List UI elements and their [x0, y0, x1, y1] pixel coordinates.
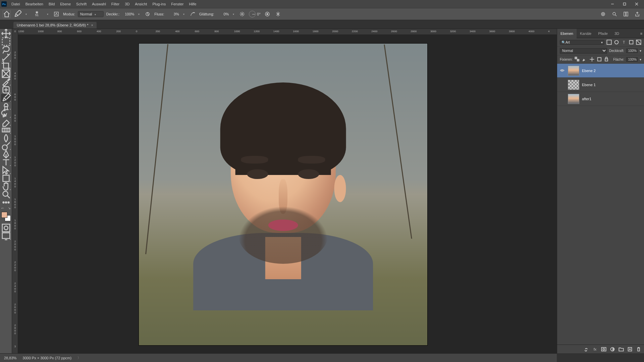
layer-search-input[interactable] [566, 41, 601, 44]
brush-angle-control[interactable]: 0° [249, 11, 261, 17]
layer-row[interactable]: after1 [557, 92, 644, 106]
search-icon[interactable] [610, 10, 619, 18]
brush-size-value: 51 [35, 13, 39, 17]
menu-edit[interactable]: Bearbeiten [23, 0, 46, 8]
airbrush-button[interactable] [189, 10, 197, 18]
document-info[interactable]: 3000 Px × 3000 Px (72 ppcm) [22, 356, 71, 360]
filter-pixel-icon[interactable] [606, 40, 612, 45]
tab-layers[interactable]: Ebenen [557, 29, 577, 38]
layer-search[interactable]: 🔍 ▾ [560, 40, 604, 45]
svg-rect-34 [2, 224, 10, 232]
menu-filter[interactable]: Filter [109, 0, 122, 8]
menu-plugins[interactable]: Plug-ins [150, 0, 168, 8]
brush-preset-picker[interactable]: 51 [31, 9, 43, 19]
brush-panel-toggle-button[interactable] [52, 10, 60, 18]
svg-point-33 [8, 202, 9, 203]
menu-type[interactable]: Schrift [73, 0, 89, 8]
angle-dial-icon[interactable] [249, 11, 256, 17]
chevron-down-icon[interactable]: ▾ [601, 41, 603, 44]
smoothing-chevron-icon[interactable]: ▾ [231, 13, 235, 16]
layer-thumbnail[interactable] [568, 80, 579, 90]
chevron-down-icon[interactable]: ▾ [640, 58, 641, 61]
adjustment-layer-icon[interactable] [610, 347, 615, 352]
workspace-switcher-icon[interactable] [622, 10, 630, 18]
flow-input[interactable] [167, 12, 179, 16]
layer-thumbnail[interactable] [568, 94, 579, 104]
lock-transparent-icon[interactable] [575, 57, 580, 62]
filter-type-icon[interactable]: T [621, 40, 627, 45]
blend-opacity-row: Normal Deckkraft: 100% ▾ [557, 47, 644, 55]
window-minimize-button[interactable] [606, 0, 619, 8]
menu-layer[interactable]: Ebene [57, 0, 73, 8]
lock-all-icon[interactable] [604, 57, 609, 62]
document-tab[interactable]: Unbenannt-1 bei 28,8% (Ebene 2, RGB/8) *… [13, 22, 97, 28]
filter-shape-icon[interactable] [629, 40, 634, 45]
group-layers-icon[interactable] [619, 347, 624, 352]
window-maximize-button[interactable] [619, 0, 631, 8]
flow-chevron-icon[interactable]: ▾ [182, 13, 186, 16]
layer-mask-icon[interactable] [601, 347, 606, 352]
menu-3d[interactable]: 3D [122, 0, 132, 8]
layer-visibility-icon[interactable] [559, 68, 565, 73]
canvas-image[interactable] [139, 44, 427, 345]
layer-name[interactable]: Ebene 1 [582, 83, 596, 87]
layer-row[interactable]: Ebene 1 [557, 78, 644, 92]
menu-help[interactable]: Hilfe [186, 0, 199, 8]
horizontal-ruler[interactable]: 1200100080060040020002004006008001000120… [18, 29, 557, 35]
lock-position-icon[interactable] [589, 57, 595, 62]
chevron-down-icon[interactable]: ▾ [640, 49, 641, 53]
layer-name[interactable]: Ebene 2 [582, 69, 596, 73]
delete-layer-icon[interactable] [636, 347, 641, 352]
menu-image[interactable]: Bild [46, 0, 57, 8]
layer-row[interactable]: Ebene 2 [557, 64, 644, 78]
canvas-area[interactable]: 1200100080060040020002004006008001000120… [18, 29, 557, 353]
blend-mode-select[interactable]: Normal ▾ [78, 11, 104, 17]
fill-value[interactable]: 100% [626, 57, 638, 62]
opacity-chevron-icon[interactable]: ▾ [137, 13, 141, 16]
menu-window[interactable]: Fenster [168, 0, 186, 8]
screen-mode-button[interactable] [1, 232, 11, 240]
brush-chevron-icon[interactable]: ▾ [46, 13, 50, 16]
panel-menu-icon[interactable]: ≡ [639, 31, 644, 36]
color-swatches[interactable] [1, 212, 11, 221]
tab-channels[interactable]: Kanäle [577, 29, 595, 38]
cloud-docs-icon[interactable] [599, 10, 607, 18]
tool-preset-chevron-icon[interactable]: ▾ [24, 13, 28, 16]
zoom-level[interactable]: 28,83% [4, 356, 16, 360]
new-layer-icon[interactable] [627, 347, 633, 352]
opacity-input[interactable] [122, 12, 134, 16]
layer-name[interactable]: after1 [582, 97, 591, 101]
smoothing-input[interactable] [217, 12, 229, 16]
tab-paths[interactable]: Pfade [595, 29, 611, 38]
pressure-opacity-button[interactable] [144, 10, 152, 18]
menu-file[interactable]: Datei [9, 0, 23, 8]
smoothing-options-button[interactable] [238, 10, 246, 18]
layer-style-icon[interactable]: fx [592, 347, 598, 352]
menu-select[interactable]: Auswahl [89, 0, 109, 8]
toolbox: ⤺↘ [0, 29, 12, 353]
foreground-color-swatch[interactable] [1, 212, 7, 218]
menu-view[interactable]: Ansicht [132, 0, 150, 8]
home-button[interactable] [3, 10, 11, 18]
symmetry-button[interactable] [274, 10, 282, 18]
status-bar: 28,83% 3000 Px × 3000 Px (72 ppcm) 〉 [0, 353, 557, 362]
current-tool-icon[interactable] [13, 10, 21, 18]
share-icon[interactable] [633, 10, 641, 18]
link-layers-icon[interactable] [584, 347, 589, 352]
edit-toolbar-button[interactable] [1, 198, 11, 206]
tab-3d[interactable]: 3D [611, 29, 623, 38]
filter-smart-icon[interactable] [636, 40, 641, 45]
layers-panel-footer: fx [557, 345, 644, 353]
lock-pixels-icon[interactable] [582, 57, 587, 62]
lock-artboard-icon[interactable] [597, 57, 602, 62]
layer-opacity-value[interactable]: 100% [626, 49, 638, 53]
window-close-button[interactable] [631, 0, 643, 8]
pressure-size-button[interactable] [263, 10, 271, 18]
layer-blend-mode-select[interactable]: Normal [560, 48, 607, 54]
filter-adjust-icon[interactable] [614, 40, 619, 45]
status-chevron-icon[interactable]: 〉 [77, 356, 81, 360]
layer-thumbnail[interactable] [568, 66, 579, 76]
vertical-ruler[interactable]: 0200400600800100012001400160018002000220… [12, 29, 18, 353]
menu-bar: Ps Datei Bearbeiten Bild Ebene Schrift A… [0, 0, 644, 8]
close-tab-icon[interactable]: × [91, 23, 93, 27]
